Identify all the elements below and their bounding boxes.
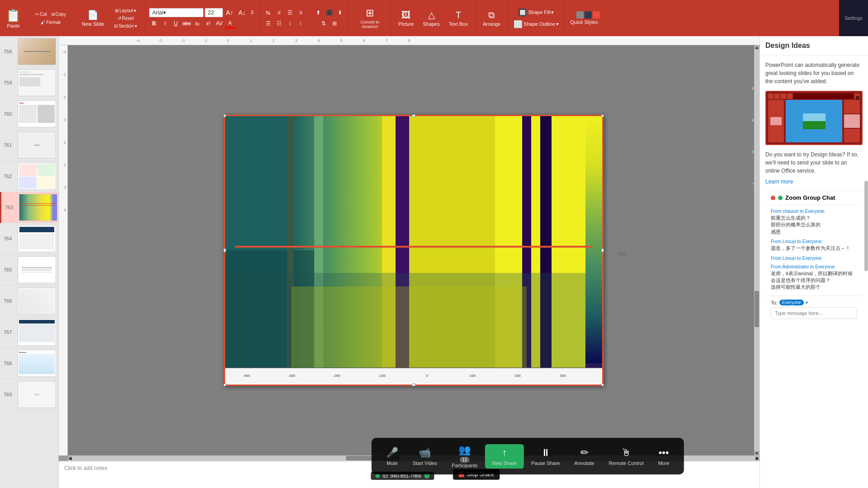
strikethrough-button[interactable]: abc [182,19,192,28]
arrange-button[interactable]: ⧉ Arrange [479,8,504,28]
copy-button[interactable]: ⧉ Copy [50,11,68,18]
slide-thumb-761[interactable]: 761 chart [0,130,58,161]
more-icon: ••• [659,447,669,459]
handle-bc[interactable] [412,384,415,386]
chat-message-input[interactable] [771,307,857,319]
slide-thumb-758[interactable]: 758 [0,36,58,67]
main-area: 758 759 ──────── Lorem ipsum dolor sit a… [0,36,868,488]
bold-button[interactable]: B [149,19,159,28]
new-slide-button[interactable]: 📄 New Slide [78,8,108,28]
text-align-section: ⬆ ⬛ ⬇ ⇅ ⊞ [310,0,349,36]
handle-tr[interactable] [601,115,604,117]
annotate-button[interactable]: ✏ Annotate [567,444,602,469]
font-name-box[interactable]: Arial ▾ [149,8,203,17]
list-button[interactable]: ☰ [263,19,273,28]
convert-smartart-button[interactable]: ⊞ Convert to SmartArt [353,5,387,31]
layout-button[interactable]: ⊞ Layout ▾ [113,7,138,14]
slide-thumb-762[interactable]: 762 [0,161,58,192]
text-direction2-button[interactable]: ⇅ [319,19,329,28]
design-close[interactable]: ✕ [854,94,860,99]
pause-share-button[interactable]: ⏸ Pause Share [524,444,567,469]
char-spacing-button[interactable]: AV [214,19,224,28]
increase-font-button[interactable]: A↑ [224,8,235,17]
handle-ml[interactable] [224,249,226,252]
font-size-box[interactable]: 22 [205,8,223,17]
zoom-dot-green [778,196,783,200]
mute-icon: 🎤 [386,447,398,459]
shapes-button[interactable]: △ Shapes [419,8,443,28]
chat-text-2: 愿意，多了一个参数作为关注点～！ [771,245,857,252]
more-button[interactable]: ••• More [651,444,677,469]
right-panel: Design Ideas PowerPoint can automaticall… [760,36,868,488]
handle-mr[interactable] [601,249,604,252]
paste-icon: 📋 [5,8,21,23]
align-top-button[interactable]: ⬆ [313,8,323,18]
slide-thumb-764[interactable]: 764 [0,223,58,254]
columns-button[interactable]: ⫶ [296,19,306,28]
align-bottom-button[interactable]: ⬇ [335,8,345,18]
vertical-scrollbar[interactable]: ▲ ▼ [754,45,760,455]
zoom-dot-red [771,196,775,200]
picture-button[interactable]: 🖼 Picture [395,8,417,28]
smartart-convert-button[interactable]: ⊞ [330,19,340,28]
shape-outline-button[interactable]: ⬜ Shape Outline ▾ [512,19,561,29]
italic-button[interactable]: I [160,19,170,28]
slide-thumb-760[interactable]: 760 Title [0,99,58,130]
video-icon: 📹 [419,447,431,459]
quick-styles-section[interactable]: Quick Styles [565,0,604,36]
mute-button[interactable]: 🎤 Mute [379,444,406,469]
underline-button[interactable]: U [171,19,181,28]
handle-bl[interactable] [224,384,226,386]
chat-recipient-chevron[interactable]: ▾ [806,300,808,305]
remote-icon: 🖱 [621,447,631,459]
slide-preview-764 [18,225,56,252]
remote-control-button[interactable]: 🖱 Remote Control [602,444,651,469]
design-preview-card[interactable]: ✕ [765,91,863,145]
slide-thumb-769[interactable]: 769 slide [0,379,58,410]
design-ideas-text1: PowerPoint can automatically generate gr… [765,61,863,85]
slide-thumb-765[interactable]: 765 [0,254,58,286]
handle-br[interactable] [601,384,604,386]
design-ideas-header: Design Ideas [760,36,868,56]
cut-button[interactable]: ✂ Cut [33,11,49,18]
chat-text-4: 老师，it表示animal，所以翻译的时候会这是也有个排序的问题？选择可能性最大… [771,270,857,291]
format-button[interactable]: 🖌 Format [39,19,62,26]
align-right-button[interactable]: ≡ [296,8,306,18]
handle-tc[interactable] [412,115,415,117]
align-left-button[interactable]: ≡ [274,8,284,18]
start-video-button[interactable]: 📹 Start Video [406,444,444,469]
align-mid-button[interactable]: ⬛ [324,8,334,18]
section-button[interactable]: ⊟ Section ▾ [112,23,138,29]
new-share-button[interactable]: ↑ New Share [485,444,524,469]
align-center-button[interactable]: ☰ [285,8,295,18]
chat-from-4: From Administrator to Everyone: [771,264,857,269]
subscript-button[interactable]: x₂ [193,19,203,28]
settings-link[interactable]: Settings [844,15,863,21]
top-right-area: Settings [839,0,868,36]
slide-canvas[interactable]: 8.8 4.4 0.0 -4.4 [68,45,760,455]
font-color-button[interactable]: A [225,19,235,28]
learn-more-link[interactable]: Learn more [765,178,863,185]
text-direction-button[interactable]: ⇆ [263,8,273,18]
slide-thumb-759[interactable]: 759 ──────── Lorem ipsum dolor sit amet … [0,67,58,99]
decrease-font-button[interactable]: A↓ [236,8,247,17]
chat-to-row: To: Everyone ▾ [771,300,857,305]
slide-thumb-767[interactable]: 767 [0,317,58,348]
participants-button[interactable]: 👥 11 Participants [444,441,485,471]
zoom-chat-panel: Zoom Group Chat From chaucer to Everyone… [765,190,863,323]
superscript-button[interactable]: x² [203,19,213,28]
line-spacing-button[interactable]: ↕ [285,19,295,28]
text-box-button[interactable]: T Text Box [445,8,472,28]
slide-thumb-766[interactable]: 766 [0,286,58,317]
chat-recipient-badge[interactable]: Everyone [779,300,804,305]
shape-fill-button[interactable]: 🔲 Shape Fill ▾ [516,7,556,18]
arrange-section: ⧉ Arrange [476,0,508,36]
slide-thumb-768[interactable]: 768 Analysis [0,348,58,379]
slide-thumb-763[interactable]: 763 [0,192,58,223]
scrollbar-thumb-v[interactable] [755,291,759,327]
handle-tl[interactable] [224,115,226,117]
paste-button[interactable]: 📋 Paste [0,0,27,36]
reset-button[interactable]: ↺ Reset [116,15,136,22]
text-shadow-button[interactable]: S [249,9,256,16]
numbered-list-button[interactable]: ☷ [274,19,284,28]
